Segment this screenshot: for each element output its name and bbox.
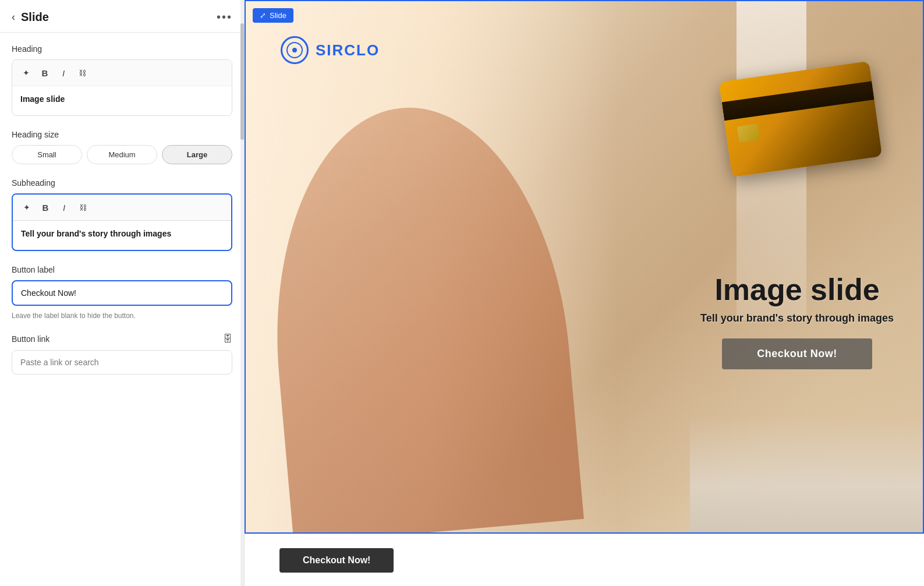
slide-badge: ⤢ Slide	[253, 8, 293, 23]
heading-size-label: Heading size	[12, 130, 232, 139]
heading-sparkle-button[interactable]: ✦	[18, 65, 34, 81]
slide-background	[246, 1, 923, 532]
right-panel: ⤢ Slide	[245, 0, 924, 586]
card-magnetic-stripe	[722, 81, 875, 121]
scrollbar-track	[240, 0, 244, 586]
button-link-field-group: Button link 🗄	[12, 334, 232, 375]
bold-icon: B	[42, 68, 48, 78]
italic-icon: I	[63, 203, 65, 213]
slide-logo: SIRCLO	[281, 36, 380, 64]
size-medium-button[interactable]: Medium	[87, 145, 157, 164]
subheading-bold-button[interactable]: B	[37, 199, 54, 216]
left-panel: ‹ Slide ••• Heading ✦ B I	[0, 0, 245, 586]
heading-size-field-group: Heading size Small Medium Large	[12, 130, 232, 164]
subheading-rich-text-box: ✦ B I ⛓ Tell your brand's story through …	[12, 193, 232, 251]
sparkle-icon: ✦	[23, 68, 30, 77]
panel-header-left: ‹ Slide	[12, 10, 49, 24]
scrollbar-thumb[interactable]	[240, 23, 244, 140]
italic-icon: I	[62, 68, 65, 78]
link-icon: ⛓	[79, 69, 86, 77]
button-label-hint: Leave the label blank to hide the button…	[12, 312, 232, 320]
heading-italic-button[interactable]: I	[55, 65, 72, 81]
bottom-checkout-button-preview: Checkout Now!	[279, 548, 394, 573]
button-link-input[interactable]	[12, 350, 232, 375]
logo-inner	[286, 42, 303, 58]
slide-badge-icon: ⤢	[260, 11, 266, 20]
preview-container: ⤢ Slide	[245, 0, 924, 534]
slide-badge-label: Slide	[270, 11, 286, 20]
keyboard-area	[690, 416, 923, 532]
subheading-label: Subheading	[12, 178, 232, 188]
subheading-field-group: Subheading ✦ B I ⛓ Tell your br	[12, 178, 232, 251]
heading-field-group: Heading ✦ B I ⛓ Image slide	[12, 44, 232, 116]
heading-link-button[interactable]: ⛓	[74, 65, 90, 81]
button-label-input[interactable]	[12, 280, 232, 306]
heading-size-group: Small Medium Large	[12, 145, 232, 164]
size-small-button[interactable]: Small	[12, 145, 82, 164]
logo-dot	[292, 48, 297, 52]
card-chip	[737, 123, 760, 143]
panel-title: Slide	[21, 10, 49, 24]
subheading-italic-button[interactable]: I	[56, 199, 72, 216]
more-menu-button[interactable]: •••	[217, 10, 232, 24]
subheading-content[interactable]: Tell your brand's story through images	[13, 221, 231, 250]
panel-content: Heading ✦ B I ⛓ Image slide	[0, 33, 244, 586]
slide-text-area: Image slide Tell your brand's story thro…	[700, 273, 894, 369]
bold-icon: B	[43, 203, 49, 213]
slide-checkout-button[interactable]: Checkout Now!	[722, 338, 872, 369]
logo-text: SIRCLO	[316, 41, 380, 59]
button-label-label: Button label	[12, 265, 232, 274]
slide-heading: Image slide	[700, 273, 894, 306]
subheading-sparkle-button[interactable]: ✦	[19, 199, 35, 216]
subheading-toolbar: ✦ B I ⛓	[13, 195, 231, 221]
slide-preview: SIRCLO Image slide Tell your brand's sto…	[245, 0, 924, 534]
back-button[interactable]: ‹	[12, 11, 15, 23]
heading-label: Heading	[12, 44, 232, 54]
bottom-preview-strip: Checkout Now!	[245, 534, 924, 586]
slide-subheading: Tell your brand's story through images	[700, 312, 894, 324]
button-label-field-group: Button label Leave the label blank to hi…	[12, 265, 232, 320]
subheading-link-button[interactable]: ⛓	[75, 199, 91, 216]
size-large-button[interactable]: Large	[162, 145, 232, 164]
sparkle-icon: ✦	[23, 203, 30, 212]
link-icon: ⛓	[79, 203, 87, 212]
heading-toolbar: ✦ B I ⛓	[12, 60, 232, 86]
button-link-label: Button link	[12, 334, 49, 344]
heading-content[interactable]: Image slide	[12, 86, 232, 115]
heading-bold-button[interactable]: B	[37, 65, 53, 81]
heading-rich-text-box: ✦ B I ⛓ Image slide	[12, 59, 232, 116]
logo-circle	[281, 36, 309, 64]
database-icon[interactable]: 🗄	[223, 334, 232, 344]
button-link-header: Button link 🗄	[12, 334, 232, 344]
panel-header: ‹ Slide •••	[0, 0, 244, 33]
